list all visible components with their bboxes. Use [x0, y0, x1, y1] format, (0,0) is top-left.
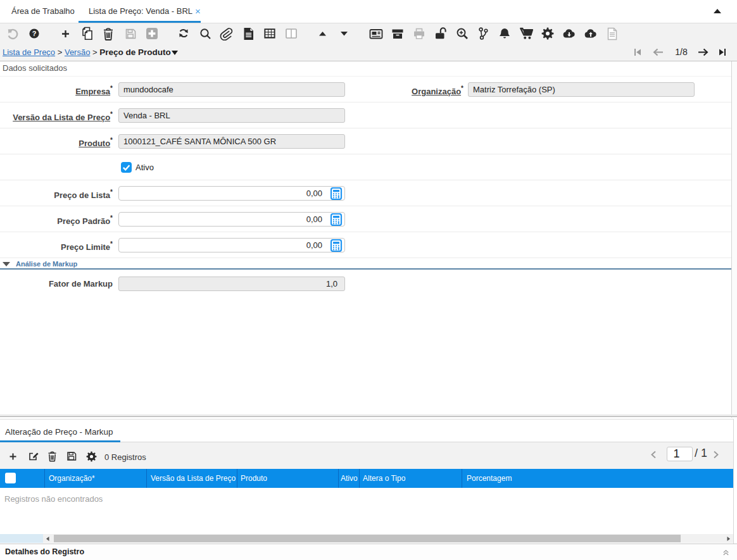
svg-text:?: ? [32, 30, 37, 37]
